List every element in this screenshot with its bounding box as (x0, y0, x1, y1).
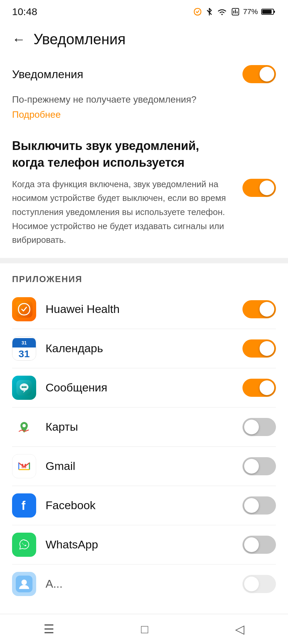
notifications-toggle-row: Уведомления (12, 56, 276, 93)
apps-section-header: ПРИЛОЖЕНИЯ (12, 263, 276, 290)
facebook-icon: f (12, 493, 36, 518)
notifications-toggle[interactable] (242, 65, 276, 83)
app-row-huawei-health: Huawei Health (12, 290, 276, 329)
mute-toggle[interactable] (242, 179, 276, 197)
app-row-calendar: 31 31 Календарь (12, 329, 276, 368)
calendar-icon: 31 31 (12, 336, 36, 361)
svg-text:f: f (21, 499, 26, 513)
maps-icon (12, 415, 36, 439)
nav-bar: ☰ □ ◁ (0, 614, 288, 644)
huawei-health-name: Huawei Health (46, 303, 242, 316)
svg-rect-5 (262, 10, 272, 14)
huawei-health-toggle[interactable] (242, 300, 276, 318)
app-row-partial: А... (12, 565, 276, 603)
huawei-status-icon (193, 7, 202, 16)
mute-toggle-wrap (242, 177, 276, 197)
messages-toggle[interactable] (242, 379, 276, 397)
toggle-knob (260, 67, 274, 82)
messages-name: Сообщения (46, 381, 242, 394)
facebook-toggle[interactable] (242, 496, 276, 515)
notifications-section: Уведомления По-прежнему не получаете уве… (0, 56, 288, 129)
app-row-messages: Сообщения (12, 368, 276, 408)
gmail-toggle[interactable] (242, 457, 276, 475)
maps-toggle[interactable] (242, 418, 276, 436)
hint-link[interactable]: Подробнее (12, 109, 276, 129)
whatsapp-name: WhatsApp (46, 538, 242, 551)
hint-text: По-прежнему не получаете уведомления? (12, 93, 276, 109)
nav-home-button[interactable]: □ (141, 622, 148, 636)
app-row-maps: Карты (12, 408, 276, 447)
whatsapp-toggle[interactable] (242, 536, 276, 554)
signal-icon (231, 7, 240, 16)
svg-point-11 (25, 386, 27, 388)
status-time: 10:48 (12, 6, 37, 17)
app-row-facebook: f Facebook (12, 486, 276, 525)
app-row-whatsapp: WhatsApp (12, 525, 276, 565)
partial-app-icon (12, 572, 36, 596)
huawei-health-icon (12, 297, 36, 321)
svg-text:M: M (21, 463, 26, 470)
messages-icon (12, 376, 36, 400)
bluetooth-icon (206, 7, 213, 16)
svg-point-10 (23, 386, 25, 388)
page-header: ← Уведомления (0, 21, 288, 56)
section-divider (0, 258, 288, 263)
page-title: Уведомления (33, 31, 126, 48)
svg-point-9 (22, 386, 23, 388)
calendar-toggle[interactable] (242, 339, 276, 358)
status-icons: 77% (193, 7, 276, 16)
mute-title: Выключить звук уведомлений,когда телефон… (12, 138, 276, 171)
maps-name: Карты (46, 420, 242, 433)
partial-app-name: А... (46, 577, 242, 590)
battery-icon (261, 8, 276, 16)
wifi-icon (216, 7, 228, 16)
battery-percent: 77% (243, 7, 258, 16)
notifications-label: Уведомления (12, 68, 83, 81)
mute-row: Когда эта функция включена, звук уведомл… (12, 177, 276, 247)
svg-rect-6 (274, 11, 275, 13)
mute-toggle-knob (260, 180, 274, 195)
svg-point-21 (21, 580, 27, 585)
gmail-icon: M (12, 454, 36, 478)
mute-section: Выключить звук уведомлений,когда телефон… (0, 129, 288, 258)
gmail-name: Gmail (46, 460, 242, 473)
partial-toggle[interactable] (242, 575, 276, 593)
calendar-name: Календарь (46, 342, 242, 355)
hint-container: По-прежнему не получаете уведомления? По… (12, 93, 276, 129)
facebook-name: Facebook (46, 499, 242, 512)
whatsapp-icon (12, 533, 36, 557)
apps-section: ПРИЛОЖЕНИЯ Huawei Health (0, 263, 288, 603)
app-row-gmail: M Gmail (12, 447, 276, 486)
mute-description: Когда эта функция включена, звук уведомл… (12, 177, 236, 247)
nav-menu-button[interactable]: ☰ (44, 622, 54, 636)
nav-back-button[interactable]: ◁ (235, 622, 244, 636)
back-button[interactable]: ← (12, 33, 25, 46)
status-bar: 10:48 77% (0, 0, 288, 21)
svg-point-13 (22, 424, 26, 427)
